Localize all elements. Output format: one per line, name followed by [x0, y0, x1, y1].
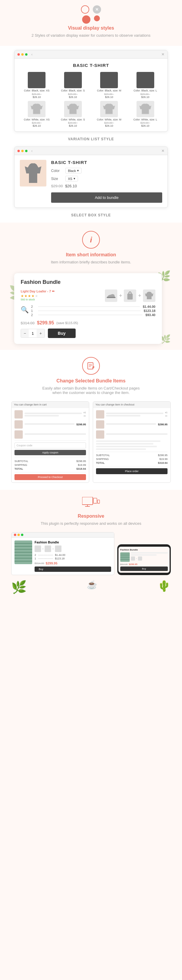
desktop-plus-1: +	[42, 547, 44, 550]
variation-item-4[interactable]: Color: Black, size: L $29.00 - $26.10	[128, 72, 163, 99]
tshirt-svg-6	[67, 103, 79, 115]
bundle-stock: 560 in stock	[21, 298, 55, 301]
svg-rect-21	[120, 552, 130, 562]
checkout-form-line-1	[96, 441, 160, 442]
edit-icon	[87, 361, 95, 370]
add-bundle-button[interactable]: Add to bundle	[51, 192, 162, 203]
checkout-product-img-2	[96, 420, 104, 429]
mobile-buy-button[interactable]: Buy	[120, 566, 168, 571]
mobile-line-1	[131, 552, 168, 554]
checkout-total-row: TOTAL $318.94	[96, 461, 168, 465]
checkout-subtotal-row: SUBTOTAL $298.95	[96, 454, 168, 457]
browser-dot-red-2	[17, 150, 20, 152]
cart-checkout-button[interactable]: Proceed to Checkout	[14, 474, 86, 480]
tshirt-img-white-2	[64, 101, 82, 117]
checkout-edit-icon[interactable]: ✏	[165, 414, 168, 418]
variation-item-1[interactable]: Color: Black, size: XS $29.00 - $26.10	[20, 72, 54, 99]
star-4: ★	[31, 294, 35, 298]
variation-old-price-7: $29.00 -	[104, 121, 114, 124]
checkout-qty-label: x1	[165, 411, 168, 414]
qty-increase-button[interactable]: +	[36, 329, 44, 337]
select-box-content: BASIC T-SHIRT Color Black ▾ Size XS ▾	[14, 155, 168, 207]
visual-display-title: Visual display styles	[68, 25, 114, 31]
checkout-divider-2	[96, 466, 168, 466]
buy-button[interactable]: Buy	[48, 329, 76, 338]
star-2: ★	[24, 294, 27, 298]
cart-product-img-2	[14, 420, 23, 429]
checkout-product-img-1	[96, 410, 104, 418]
cart-product-lines	[25, 413, 82, 417]
cart-subtotal-label: SUBTOTAL	[14, 460, 28, 463]
circle-outline-icon	[81, 5, 89, 14]
browser-close-icon-2[interactable]: ✕	[161, 149, 165, 153]
variation-list-browser: ‹ ✕ BASIC T-SHIRT Color: Black, size: XS…	[14, 50, 168, 132]
browser-chevron-icon[interactable]: ‹	[31, 52, 33, 57]
tshirt-img-dark-4	[136, 72, 154, 88]
variation-old-price-2: $29.00 -	[68, 93, 78, 95]
checkout-product-lines-2	[106, 423, 156, 426]
select-box-browser: ‹ ✕ BASIC T-SHIRT Color Black ▾ S	[14, 146, 168, 208]
browser-dot-red	[17, 53, 20, 56]
color-value: Black	[68, 169, 76, 173]
variation-new-price-2: $26.10	[69, 95, 77, 99]
variation-old-price-5: $29.00 -	[32, 121, 42, 124]
magnifier-icon: 🔍	[21, 306, 28, 314]
size-label: Size	[51, 177, 63, 181]
cart-line-4	[25, 433, 86, 435]
browser-close-icon[interactable]: ✕	[161, 52, 165, 57]
checkout-mock-header: You can change item in checkout	[93, 402, 171, 408]
cart-apply-coupon-button[interactable]: Apply coupon	[14, 450, 86, 455]
variation-item-5[interactable]: Color: White, size: XS $29.00 - $26.10	[20, 101, 54, 127]
tshirt-img-white-3	[100, 101, 118, 117]
quantity-controller[interactable]: − 1 +	[21, 329, 45, 338]
cart-divider-2	[14, 458, 86, 458]
size-select[interactable]: XS ▾	[65, 176, 78, 181]
desktop-buy-button[interactable]: Buy	[35, 566, 111, 572]
variation-item-6[interactable]: Color: White, size: S $29.00 - $26.10	[56, 101, 90, 127]
cart-shipping-label: SHIPPING	[14, 463, 27, 466]
product-image-box	[20, 160, 46, 186]
circle-filled-sm-icon	[94, 15, 100, 21]
color-select[interactable]: Black ▾	[65, 168, 82, 173]
mobile-thumb-1	[131, 557, 135, 561]
mobile-screen: Fashion Bundle	[119, 547, 169, 573]
devices-svg	[82, 497, 100, 511]
variation-item-3[interactable]: Color: Black, size: M $29.00 - $26.10	[92, 72, 126, 99]
cart-edit-icon[interactable]: ✏	[84, 414, 86, 418]
variation-item-2[interactable]: Color: Black, size: S $29.00 - $26.10	[56, 72, 90, 99]
variation-item-8[interactable]: Color: White, size: L $29.00 - $26.10	[128, 101, 163, 127]
clothing-svg	[14, 541, 32, 564]
cart-line-3	[25, 423, 74, 425]
checkout-form-area	[96, 441, 168, 450]
cart-coupon-input[interactable]: Coupon code	[14, 442, 86, 449]
mobile-thumb-2	[138, 557, 142, 561]
cart-mock-header: You can change item in cart	[11, 402, 89, 408]
bundle-price-line-2: 1 $123.18	[31, 309, 155, 313]
change-bundle-title: Change Selected Bundle Items	[57, 378, 125, 383]
shirt-svg-bundle	[145, 291, 154, 300]
checkout-place-order-button[interactable]: Place order	[96, 468, 168, 474]
tshirt-img-dark-3	[100, 72, 118, 88]
edit-icon-wrap	[82, 357, 100, 375]
tshirt-img-dark-2	[64, 72, 82, 88]
cactus-right: 🌵	[157, 580, 171, 594]
checkout-shipping-val: $19.99	[159, 458, 168, 461]
variation-new-price-1: $26.10	[33, 95, 41, 99]
desktop-product-image	[14, 541, 32, 564]
variation-list-style-label: VARIATION LIST STYLE	[68, 137, 114, 141]
qty-decrease-button[interactable]: −	[21, 329, 28, 337]
x-circle-icon: ✕	[93, 5, 101, 14]
tshirt-svg-8	[139, 103, 152, 115]
tshirt-svg-3	[103, 75, 115, 86]
browser-chevron-icon-2[interactable]: ‹	[31, 149, 33, 153]
checkout-total-label: TOTAL	[96, 461, 104, 465]
variation-item-7[interactable]: Color: White, size: M $29.00 - $26.10	[92, 101, 126, 127]
browser-dot-green-2	[25, 150, 27, 152]
tshirt-img-dark-1	[28, 72, 46, 88]
qty-3: 2	[31, 313, 35, 317]
bag-svg	[126, 291, 134, 300]
product-title-2: BASIC T-SHIRT	[51, 160, 162, 165]
checkout-shipping-label: SHIPPING	[96, 458, 109, 461]
size-field-row: Size XS ▾	[51, 176, 162, 181]
desktop-thumb-2	[44, 546, 51, 552]
